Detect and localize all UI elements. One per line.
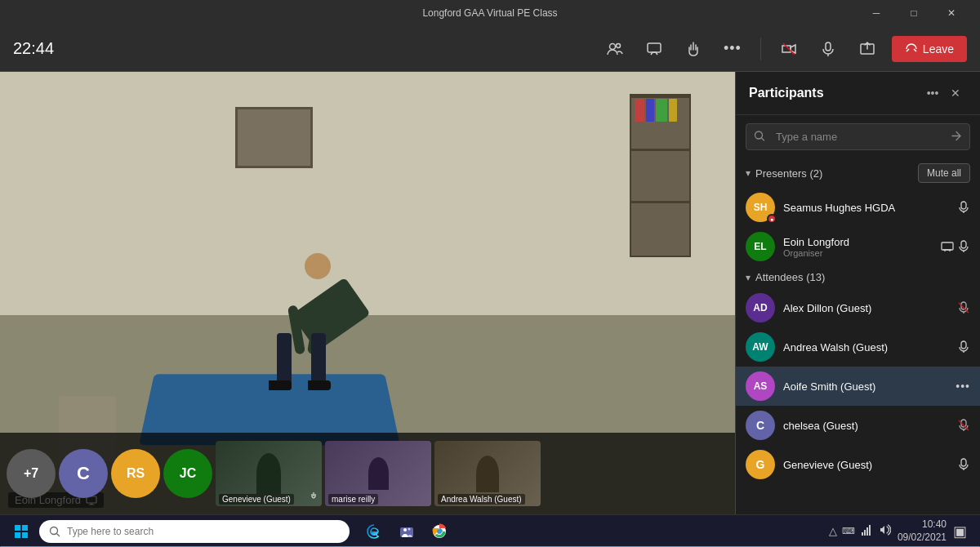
eoin-role: Organiser [783, 248, 933, 258]
person-shoe-left [269, 380, 292, 390]
participant-search-input[interactable] [746, 123, 970, 150]
svg-line-20 [959, 420, 969, 430]
svg-rect-35 [864, 530, 866, 536]
genevieve-thumb-label: Genevieve (Guest) [219, 494, 294, 505]
svg-rect-2 [648, 43, 661, 52]
mic-icon [820, 41, 836, 57]
rs-avatar-label: RS [127, 466, 145, 481]
chelsea-initials: C [756, 419, 764, 432]
panel-close-icon: ✕ [951, 87, 960, 100]
more-icon: ••• [724, 40, 742, 57]
mic-button[interactable] [813, 34, 843, 64]
andrea-mic-icon [957, 340, 970, 354]
teams-taskbar-icon[interactable] [392, 517, 421, 546]
panel-title: Participants [749, 86, 921, 100]
phone-leave-icon [905, 42, 918, 56]
participants-icon [607, 41, 623, 57]
panel-more-button[interactable]: ••• [921, 82, 944, 105]
presenters-section-header: ▾ Presenters (2) Mute all [736, 158, 980, 188]
system-tray: △ ⌨ 10:40 09 [829, 518, 973, 544]
seamus-actions [957, 201, 970, 214]
aoife-avatar: AS [746, 371, 775, 401]
invite-icon [951, 130, 962, 144]
presenter-eoin[interactable]: EL Eoin Longford Organiser [736, 227, 980, 266]
raise-hand-button[interactable] [679, 34, 708, 64]
attendee-chelsea[interactable]: C chelsea (Guest) [736, 406, 980, 445]
network-icon[interactable] [860, 523, 873, 539]
chrome-taskbar-icon[interactable] [425, 517, 454, 546]
genevieve-mic-icon [309, 490, 318, 505]
chelsea-actions [957, 419, 970, 432]
notification-icon[interactable]: ▣ [953, 523, 967, 540]
genevieve-actions [957, 458, 970, 471]
alex-initials: AD [753, 302, 767, 314]
svg-point-28 [51, 527, 58, 534]
chevron-up-tray-icon[interactable]: △ [829, 525, 837, 537]
chelsea-info: chelsea (Guest) [783, 420, 949, 432]
attendee-aoife[interactable]: AS Aoife Smith (Guest) ••• [736, 367, 980, 406]
start-button[interactable] [7, 517, 36, 546]
mute-all-button[interactable]: Mute all [918, 163, 970, 183]
minimize-button[interactable]: ─ [858, 0, 895, 26]
svg-point-0 [609, 43, 615, 49]
taskbar: △ ⌨ 10:40 09 [0, 514, 980, 547]
attendee-genevieve[interactable]: G Genevieve (Guest) [736, 445, 980, 484]
marise-thumb-label: marise reilly [328, 494, 378, 505]
rs-participant-avatar[interactable]: RS [111, 449, 160, 498]
genevieve-mic-icon [957, 458, 970, 471]
system-clock[interactable]: 10:40 09/02/2021 [898, 518, 947, 544]
participant-list: ▾ Presenters (2) Mute all SH ● Seamus Hu… [736, 158, 980, 514]
leave-label: Leave [923, 42, 954, 56]
search-icon [754, 130, 765, 144]
eoin-name: Eoin Longford [783, 236, 933, 248]
marise-thumbnail[interactable]: marise reilly [325, 441, 431, 506]
attendees-section-header: ▾ Attendees (13) [736, 266, 980, 288]
tray-icons: △ ⌨ [829, 523, 891, 539]
maximize-button[interactable]: □ [895, 0, 933, 26]
taskbar-search-icon [49, 526, 60, 537]
person-shoe-right [308, 380, 331, 390]
edge-taskbar-icon[interactable] [359, 517, 389, 546]
window-controls: ─ □ ✕ [858, 0, 970, 26]
teams-icon [399, 523, 415, 540]
andrea-thumbnail[interactable]: Andrea Walsh (Guest) [434, 441, 541, 506]
main-area: Eoin Longford +7 C RS JC [0, 72, 980, 514]
genevieve-info: Genevieve (Guest) [783, 459, 949, 471]
chat-button[interactable] [639, 34, 669, 64]
eoin-actions [941, 240, 970, 253]
toolbar-divider [760, 38, 761, 60]
c-participant-avatar[interactable]: C [59, 449, 108, 498]
panel-close-button[interactable]: ✕ [944, 82, 967, 105]
attendee-andrea[interactable]: AW Andrea Walsh (Guest) [736, 327, 980, 367]
wall-picture [235, 107, 313, 168]
svg-rect-37 [869, 525, 871, 536]
chelsea-name: chelsea (Guest) [783, 420, 949, 432]
volume-icon[interactable] [878, 523, 891, 539]
seamus-initials: SH [754, 202, 768, 213]
attendees-label: Attendees (13) [755, 271, 970, 283]
share-button[interactable] [853, 34, 882, 64]
seamus-name: Seamus Hughes HGDA [783, 202, 949, 214]
presenter-seamus[interactable]: SH ● Seamus Hughes HGDA [736, 188, 980, 227]
svg-point-30 [403, 528, 407, 531]
presenters-chevron: ▾ [746, 167, 751, 179]
leave-button[interactable]: Leave [892, 36, 967, 62]
more-participants-avatar[interactable]: +7 [7, 449, 56, 498]
taskbar-search-input[interactable] [67, 526, 340, 537]
alex-muted-icon [957, 301, 970, 314]
chrome-icon [431, 523, 448, 540]
andrea-name: Andrea Walsh (Guest) [783, 341, 949, 354]
participants-button[interactable] [600, 34, 630, 64]
aoife-info: Aoife Smith (Guest) [783, 380, 947, 393]
share-icon [859, 41, 875, 57]
more-options-button[interactable]: ••• [718, 34, 747, 64]
taskbar-search-bar[interactable] [39, 520, 350, 543]
eoin-mic-icon [957, 240, 970, 253]
attendee-alex[interactable]: AD Alex Dillon (Guest) [736, 288, 980, 327]
clock-time: 10:40 [898, 518, 947, 531]
camera-button[interactable] [774, 34, 804, 64]
jc-participant-avatar[interactable]: JC [163, 449, 212, 498]
genevieve-thumbnail[interactable]: Genevieve (Guest) [216, 441, 322, 506]
andrea-actions [957, 340, 970, 354]
close-button[interactable]: ✕ [933, 0, 970, 26]
